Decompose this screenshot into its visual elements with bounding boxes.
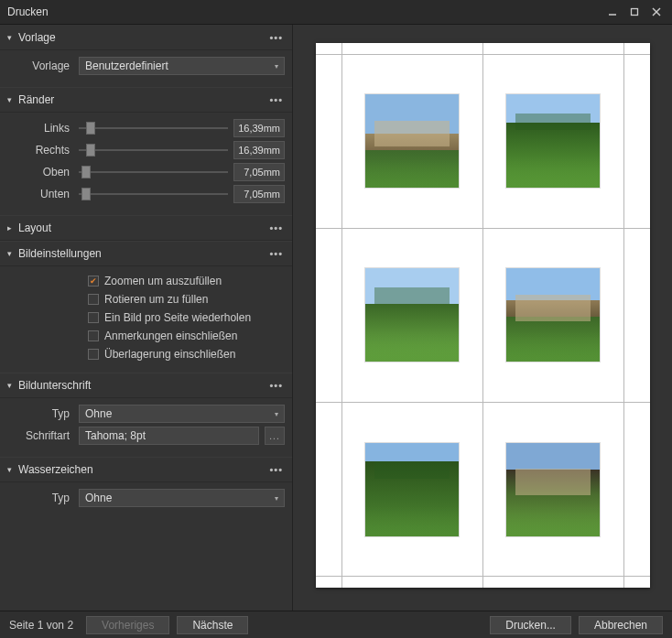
section-body-template: Vorlage Benutzerdefiniert ▾: [0, 50, 292, 87]
thumbnail-image: [505, 93, 601, 189]
template-label: Vorlage: [7, 59, 79, 72]
margin-right-label: Rechts: [7, 144, 79, 157]
thumbnail-image: [505, 267, 601, 362]
chevron-down-icon: ▾: [7, 465, 18, 474]
thumbnail-image: [364, 442, 460, 537]
margin-right-value[interactable]: 16,39mm: [233, 141, 285, 159]
section-title: Vorlage: [18, 31, 267, 44]
section-body-watermark: Typ Ohne ▾: [0, 482, 292, 519]
section-header-watermark[interactable]: ▾ Wasserzeichen •••: [0, 457, 292, 482]
option-label: Anmerkungen einschließen: [104, 330, 237, 342]
section-menu-icon[interactable]: •••: [267, 222, 285, 233]
window-title: Drucken: [5, 5, 602, 18]
section-title: Layout: [18, 222, 267, 234]
margin-bottom-value[interactable]: 7,05mm: [233, 185, 285, 203]
checkbox-icon[interactable]: [88, 294, 99, 305]
font-browse-button[interactable]: ...: [265, 427, 285, 445]
next-page-button[interactable]: Nächste: [177, 616, 248, 634]
svg-rect-1: [632, 9, 638, 16]
chevron-down-icon: ▾: [275, 494, 278, 503]
option-label: Ein Bild pro Seite wiederholen: [104, 311, 251, 324]
section-menu-icon[interactable]: •••: [267, 380, 285, 391]
sidebar-filler: [0, 519, 292, 611]
window-controls: [602, 4, 667, 20]
margin-top-value[interactable]: 7,05mm: [233, 163, 285, 181]
close-button[interactable]: [646, 4, 667, 20]
thumbnail-cell[interactable]: [482, 54, 624, 228]
thumbnail-image: [364, 267, 460, 362]
section-menu-icon[interactable]: •••: [267, 248, 285, 259]
template-select[interactable]: Benutzerdefiniert ▾: [79, 57, 285, 75]
margin-bottom-slider[interactable]: [79, 186, 228, 202]
caption-font-value: Tahoma; 8pt: [85, 429, 146, 442]
margin-bottom-label: Unten: [7, 188, 79, 200]
option-label: Überlagerung einschließen: [104, 348, 235, 361]
margin-left-slider[interactable]: [79, 120, 228, 136]
section-header-layout[interactable]: ▸ Layout •••: [0, 215, 292, 241]
caption-type-select[interactable]: Ohne ▾: [79, 405, 285, 423]
maximize-button[interactable]: [624, 4, 645, 20]
section-title: Wasserzeichen: [18, 463, 267, 476]
cancel-button[interactable]: Abbrechen: [579, 616, 663, 634]
option-include-annotations[interactable]: Anmerkungen einschließen: [7, 327, 285, 345]
section-menu-icon[interactable]: •••: [267, 464, 285, 475]
option-rotate-to-fill[interactable]: Rotieren um zu füllen: [7, 290, 285, 308]
option-include-overlay[interactable]: Überlagerung einschließen: [7, 345, 285, 363]
section-body-image-settings: ✔ Zoomen um auszufüllen Rotieren um zu f…: [0, 266, 292, 373]
section-header-caption[interactable]: ▾ Bildunterschrift •••: [0, 373, 292, 398]
section-body-margins: Links 16,39mm Rechts 16,39mm Oben 7,05mm: [0, 113, 292, 215]
page-indicator: Seite 1 von 2: [9, 619, 73, 632]
titlebar: Drucken: [0, 0, 672, 24]
option-zoom-to-fill[interactable]: ✔ Zoomen um auszufüllen: [7, 272, 285, 290]
section-header-image-settings[interactable]: ▾ Bildeinstellungen •••: [0, 241, 292, 266]
thumbnail-cell[interactable]: [341, 403, 483, 577]
caption-font-label: Schriftart: [7, 429, 79, 442]
print-button[interactable]: Drucken...: [490, 616, 571, 634]
prev-page-button[interactable]: Vorheriges: [86, 616, 169, 634]
thumbnail-cell[interactable]: [482, 403, 624, 577]
checkbox-icon[interactable]: [88, 312, 99, 323]
chevron-right-icon: ▸: [7, 223, 18, 232]
main-area: ▾ Vorlage ••• Vorlage Benutzerdefiniert …: [0, 24, 672, 611]
margin-right-slider[interactable]: [79, 142, 228, 158]
margin-top-label: Oben: [7, 166, 79, 178]
watermark-type-value: Ohne: [85, 492, 112, 504]
chevron-down-icon: ▾: [275, 410, 278, 418]
section-title: Bildunterschrift: [18, 379, 267, 392]
margin-top-slider[interactable]: [79, 164, 228, 180]
watermark-type-label: Typ: [7, 492, 79, 504]
option-label: Zoomen um auszufüllen: [104, 275, 222, 287]
chevron-down-icon: ▾: [7, 249, 18, 258]
checkbox-icon[interactable]: [88, 349, 99, 360]
section-menu-icon[interactable]: •••: [267, 94, 285, 105]
section-title: Bildeinstellungen: [18, 247, 267, 260]
caption-type-value: Ohne: [85, 407, 112, 420]
section-body-caption: Typ Ohne ▾ Schriftart Tahoma; 8pt ...: [0, 398, 292, 457]
footer-bar: Seite 1 von 2 Vorheriges Nächste Drucken…: [0, 611, 672, 638]
chevron-down-icon: ▾: [275, 62, 278, 70]
template-select-value: Benutzerdefiniert: [85, 59, 168, 72]
thumbnail-grid: [341, 54, 624, 577]
option-label: Rotieren um zu füllen: [104, 293, 208, 306]
watermark-type-select[interactable]: Ohne ▾: [79, 489, 285, 507]
section-title: Ränder: [18, 93, 267, 106]
margin-left-value[interactable]: 16,39mm: [233, 119, 285, 137]
margin-left-label: Links: [7, 122, 79, 135]
section-header-template[interactable]: ▾ Vorlage •••: [0, 25, 292, 50]
thumbnail-cell[interactable]: [341, 54, 483, 228]
checkbox-icon[interactable]: [88, 330, 99, 341]
chevron-down-icon: ▾: [7, 95, 18, 104]
caption-font-display: Tahoma; 8pt: [79, 427, 259, 445]
chevron-down-icon: ▾: [7, 33, 18, 42]
settings-sidebar: ▾ Vorlage ••• Vorlage Benutzerdefiniert …: [0, 25, 293, 611]
section-menu-icon[interactable]: •••: [267, 32, 285, 43]
page-preview: [316, 43, 650, 588]
minimize-button[interactable]: [602, 4, 623, 20]
checkbox-checked-icon[interactable]: ✔: [88, 276, 99, 287]
option-repeat-one[interactable]: Ein Bild pro Seite wiederholen: [7, 308, 285, 327]
thumbnail-image: [364, 93, 460, 189]
thumbnail-cell[interactable]: [341, 228, 483, 402]
chevron-down-icon: ▾: [7, 381, 18, 390]
section-header-margins[interactable]: ▾ Ränder •••: [0, 87, 292, 113]
thumbnail-cell[interactable]: [482, 228, 624, 402]
